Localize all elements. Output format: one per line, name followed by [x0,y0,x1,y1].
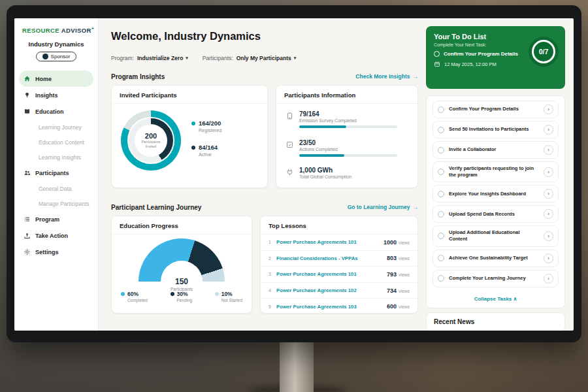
lesson-row[interactable]: 3 Power Purchase Agreements 101 793views [261,267,417,283]
right-panel: Your To Do List Complete Your Next Task:… [426,18,565,331]
progress-track [299,125,397,128]
lesson-rank: 2 [269,256,276,261]
task-row[interactable]: Upload Spend Data Records › [433,205,559,223]
sponsor-label: Sponsor [51,54,71,59]
todo-progress-circle: 0/7 [529,37,559,67]
chevron-right-icon[interactable]: › [544,105,553,114]
todo-summary-card: Your To Do List Complete Your Next Task:… [426,26,565,89]
top-lessons-card: Top Lessons 1 Power Purchase Agreements … [260,216,418,314]
chevron-down-icon: ▾ [186,56,188,61]
task-checkbox[interactable] [438,211,444,218]
sponsor-icon [42,54,48,59]
chevron-right-icon[interactable]: › [544,145,553,155]
legend-value: 164/200 [199,120,221,127]
lesson-link[interactable]: Power Purchase Agreements 102 [276,287,357,293]
sidebar-item-take-action[interactable]: Take Action [14,227,98,244]
chevron-right-icon[interactable]: › [544,209,553,219]
next-task-label: Confirm Your Program Details [444,51,518,57]
lesson-link[interactable]: Power Purchase Agreements 103 [276,304,357,310]
task-row[interactable]: Complete Your Learning Journey › [433,270,559,287]
chevron-right-icon[interactable]: › [544,253,553,263]
legend-dot-not-started [215,292,219,296]
legend-value: 84/164 [199,144,218,151]
sidebar-item-program[interactable]: Program [14,211,98,227]
task-checkbox[interactable] [438,169,444,175]
legend-dot-active [191,146,195,150]
metric-label: Total Global Consumption [299,174,351,179]
task-checkbox[interactable] [438,191,444,197]
lesson-link[interactable]: Power Purchase Agreements 101 [276,271,357,277]
logo-primary: RESOURCE [22,27,59,34]
legend-completed: 60% Completed [121,291,148,302]
metric-emission-survey: 79/164 Emission Survey Completed [286,110,397,128]
task-checkbox[interactable] [438,147,444,154]
lesson-link[interactable]: Financial Considerations - VPPAs [276,255,358,261]
chevron-right-icon[interactable]: › [544,125,553,135]
views-count: 1000 [384,239,397,246]
sidebar-item-settings[interactable]: Settings [14,244,98,260]
sidebar-item-label: Home [35,76,52,82]
lesson-row[interactable]: 2 Financial Considerations - VPPAs 803vi… [261,251,417,267]
metric-value: 1,000 GWh [299,167,351,174]
collapse-tasks-link[interactable]: Collapse Tasks ∧ [433,293,559,303]
legend-label: Active [199,152,221,157]
lesson-rank: 1 [269,240,276,244]
task-checkbox[interactable] [438,275,444,282]
task-label: Send 50 Invitations to Participants [449,126,539,133]
lesson-row[interactable]: 1 Power Purchase Agreements 101 1000view… [261,235,417,251]
participants-information-card: Participants Information 79/164 Emission… [276,85,418,188]
sidebar-item-learning-insights[interactable]: Learning Insights [14,150,98,165]
donut-legend: 164/200 Registered 84/164 Active [191,120,221,168]
task-label: Verify participants requesting to join t… [449,165,539,178]
task-checkbox[interactable] [434,51,440,57]
task-checkbox[interactable] [438,233,444,239]
views-unit: views [399,272,410,277]
card-title: Participants Information [276,86,417,104]
sidebar-item-label: Education Content [39,139,84,146]
chevron-right-icon[interactable]: › [544,274,553,284]
sidebar-nav: Home Insights Education Learning Journey [14,71,98,260]
views-count: 734 [387,287,397,294]
participants-filter-dropdown[interactable]: Only My Participants ▾ [237,55,297,61]
task-row[interactable]: Invite a Collaborator › [433,141,559,159]
gauge-legend: 60% Completed 30% Pending 10% Not Starte… [121,291,242,302]
task-row[interactable]: Send 50 Invitations to Participants › [433,121,559,139]
sidebar-item-manage-participants[interactable]: Manage Participants [14,196,98,211]
gauge-center: 150 Participants [139,277,225,291]
link-label: Check More Insights [355,73,410,80]
sidebar-item-education-content[interactable]: Education Content [14,135,98,150]
todo-progress-value: 0/7 [539,48,549,56]
task-checkbox[interactable] [438,255,444,261]
sidebar-item-general-data[interactable]: General Data [14,181,98,196]
legend-label: Completed [127,298,148,302]
sidebar-item-participants[interactable]: Participants [14,165,98,181]
chevron-right-icon[interactable]: › [544,189,553,199]
task-row[interactable]: Explore Your Insights Dashboard › [433,185,559,203]
task-checkbox[interactable] [438,106,444,113]
sidebar-item-learning-journey[interactable]: Learning Journey [14,120,98,135]
views-count: 600 [387,303,397,310]
task-label: Complete Your Learning Journey [449,275,539,282]
task-row[interactable]: Upload Additional Educational Content › [433,225,559,246]
lesson-link[interactable]: Power Purchase Agreements 101 [276,239,357,245]
sidebar-item-home[interactable]: Home [19,71,93,87]
go-to-learning-journey-link[interactable]: Go to Learning Journey → [348,204,418,210]
sidebar-item-label: Insights [35,92,58,99]
chevron-right-icon[interactable]: › [544,167,553,177]
book-icon [24,108,31,115]
legend-pending: 30% Pending [171,291,192,302]
task-row[interactable]: Verify participants requesting to join t… [433,161,559,182]
program-filter-dropdown[interactable]: Industrialize Zero ▾ [137,55,188,61]
sponsor-badge[interactable]: Sponsor [36,52,77,61]
users-icon [24,169,31,176]
sidebar-item-education[interactable]: Education [14,103,98,120]
check-more-insights-link[interactable]: Check More Insights → [355,73,418,80]
task-row[interactable]: Achieve One Sustainability Target › [433,250,559,267]
lesson-row[interactable]: 5 Power Purchase Agreements 103 600views [261,299,417,314]
task-row[interactable]: Confirm Your Program Details › [433,101,559,118]
task-checkbox[interactable] [438,127,444,133]
chevron-right-icon[interactable]: › [544,231,553,241]
program-filter-label: Program: [111,55,134,61]
sidebar-item-insights[interactable]: Insights [14,87,98,103]
lesson-row[interactable]: 4 Power Purchase Agreements 102 734views [261,283,417,299]
